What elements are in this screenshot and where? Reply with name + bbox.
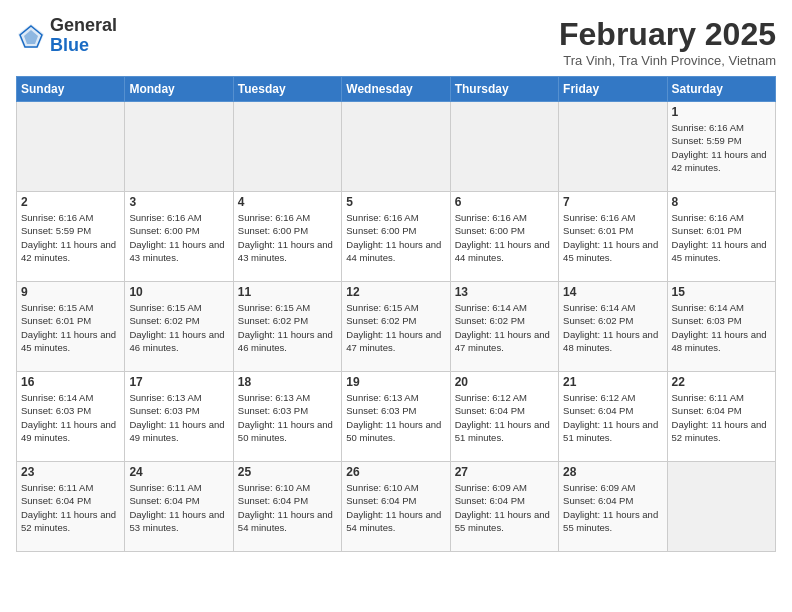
day-number: 14 (563, 285, 662, 299)
calendar-day-cell: 24Sunrise: 6:11 AM Sunset: 6:04 PM Dayli… (125, 462, 233, 552)
calendar-day-cell: 15Sunrise: 6:14 AM Sunset: 6:03 PM Dayli… (667, 282, 775, 372)
day-info: Sunrise: 6:11 AM Sunset: 6:04 PM Dayligh… (129, 481, 228, 534)
calendar-day-cell: 27Sunrise: 6:09 AM Sunset: 6:04 PM Dayli… (450, 462, 558, 552)
day-number: 9 (21, 285, 120, 299)
calendar-day-cell: 9Sunrise: 6:15 AM Sunset: 6:01 PM Daylig… (17, 282, 125, 372)
day-info: Sunrise: 6:14 AM Sunset: 6:03 PM Dayligh… (672, 301, 771, 354)
weekday-header: Saturday (667, 77, 775, 102)
calendar-day-cell: 22Sunrise: 6:11 AM Sunset: 6:04 PM Dayli… (667, 372, 775, 462)
day-number: 6 (455, 195, 554, 209)
weekday-header: Monday (125, 77, 233, 102)
calendar-day-cell: 26Sunrise: 6:10 AM Sunset: 6:04 PM Dayli… (342, 462, 450, 552)
day-number: 15 (672, 285, 771, 299)
day-number: 4 (238, 195, 337, 209)
day-info: Sunrise: 6:10 AM Sunset: 6:04 PM Dayligh… (346, 481, 445, 534)
calendar-day-cell: 5Sunrise: 6:16 AM Sunset: 6:00 PM Daylig… (342, 192, 450, 282)
day-number: 20 (455, 375, 554, 389)
day-number: 12 (346, 285, 445, 299)
day-number: 16 (21, 375, 120, 389)
calendar-week-row: 23Sunrise: 6:11 AM Sunset: 6:04 PM Dayli… (17, 462, 776, 552)
day-number: 18 (238, 375, 337, 389)
day-info: Sunrise: 6:12 AM Sunset: 6:04 PM Dayligh… (563, 391, 662, 444)
day-info: Sunrise: 6:16 AM Sunset: 6:00 PM Dayligh… (238, 211, 337, 264)
logo-general: General (50, 16, 117, 36)
day-info: Sunrise: 6:16 AM Sunset: 6:00 PM Dayligh… (129, 211, 228, 264)
day-info: Sunrise: 6:16 AM Sunset: 6:00 PM Dayligh… (455, 211, 554, 264)
day-info: Sunrise: 6:15 AM Sunset: 6:02 PM Dayligh… (346, 301, 445, 354)
calendar-day-cell: 7Sunrise: 6:16 AM Sunset: 6:01 PM Daylig… (559, 192, 667, 282)
day-number: 28 (563, 465, 662, 479)
day-info: Sunrise: 6:10 AM Sunset: 6:04 PM Dayligh… (238, 481, 337, 534)
day-number: 8 (672, 195, 771, 209)
weekday-header: Tuesday (233, 77, 341, 102)
day-number: 27 (455, 465, 554, 479)
day-info: Sunrise: 6:11 AM Sunset: 6:04 PM Dayligh… (21, 481, 120, 534)
calendar-day-cell: 13Sunrise: 6:14 AM Sunset: 6:02 PM Dayli… (450, 282, 558, 372)
day-info: Sunrise: 6:15 AM Sunset: 6:02 PM Dayligh… (238, 301, 337, 354)
weekday-header: Thursday (450, 77, 558, 102)
day-number: 22 (672, 375, 771, 389)
calendar-week-row: 1Sunrise: 6:16 AM Sunset: 5:59 PM Daylig… (17, 102, 776, 192)
logo-blue: Blue (50, 36, 117, 56)
weekday-header-row: SundayMondayTuesdayWednesdayThursdayFrid… (17, 77, 776, 102)
calendar-day-cell: 28Sunrise: 6:09 AM Sunset: 6:04 PM Dayli… (559, 462, 667, 552)
day-number: 17 (129, 375, 228, 389)
day-info: Sunrise: 6:16 AM Sunset: 6:01 PM Dayligh… (672, 211, 771, 264)
day-info: Sunrise: 6:13 AM Sunset: 6:03 PM Dayligh… (238, 391, 337, 444)
calendar-day-cell: 12Sunrise: 6:15 AM Sunset: 6:02 PM Dayli… (342, 282, 450, 372)
day-info: Sunrise: 6:13 AM Sunset: 6:03 PM Dayligh… (346, 391, 445, 444)
calendar-day-cell: 8Sunrise: 6:16 AM Sunset: 6:01 PM Daylig… (667, 192, 775, 282)
calendar-day-cell: 18Sunrise: 6:13 AM Sunset: 6:03 PM Dayli… (233, 372, 341, 462)
day-number: 21 (563, 375, 662, 389)
calendar-day-cell: 4Sunrise: 6:16 AM Sunset: 6:00 PM Daylig… (233, 192, 341, 282)
day-info: Sunrise: 6:14 AM Sunset: 6:03 PM Dayligh… (21, 391, 120, 444)
calendar-day-cell: 17Sunrise: 6:13 AM Sunset: 6:03 PM Dayli… (125, 372, 233, 462)
logo: General Blue (16, 16, 117, 56)
calendar-day-cell: 10Sunrise: 6:15 AM Sunset: 6:02 PM Dayli… (125, 282, 233, 372)
day-number: 7 (563, 195, 662, 209)
calendar-day-cell (450, 102, 558, 192)
day-number: 26 (346, 465, 445, 479)
day-number: 19 (346, 375, 445, 389)
day-info: Sunrise: 6:09 AM Sunset: 6:04 PM Dayligh… (455, 481, 554, 534)
calendar-day-cell (125, 102, 233, 192)
calendar-day-cell: 3Sunrise: 6:16 AM Sunset: 6:00 PM Daylig… (125, 192, 233, 282)
calendar-table: SundayMondayTuesdayWednesdayThursdayFrid… (16, 76, 776, 552)
calendar-day-cell (667, 462, 775, 552)
logo-icon (16, 22, 46, 50)
day-number: 1 (672, 105, 771, 119)
logo-text: General Blue (50, 16, 117, 56)
day-info: Sunrise: 6:14 AM Sunset: 6:02 PM Dayligh… (455, 301, 554, 354)
calendar-header: SundayMondayTuesdayWednesdayThursdayFrid… (17, 77, 776, 102)
calendar-day-cell (342, 102, 450, 192)
day-number: 5 (346, 195, 445, 209)
calendar-body: 1Sunrise: 6:16 AM Sunset: 5:59 PM Daylig… (17, 102, 776, 552)
title-block: February 2025 Tra Vinh, Tra Vinh Provinc… (559, 16, 776, 68)
weekday-header: Friday (559, 77, 667, 102)
calendar-day-cell: 21Sunrise: 6:12 AM Sunset: 6:04 PM Dayli… (559, 372, 667, 462)
day-info: Sunrise: 6:15 AM Sunset: 6:02 PM Dayligh… (129, 301, 228, 354)
calendar-day-cell: 1Sunrise: 6:16 AM Sunset: 5:59 PM Daylig… (667, 102, 775, 192)
day-number: 13 (455, 285, 554, 299)
day-info: Sunrise: 6:14 AM Sunset: 6:02 PM Dayligh… (563, 301, 662, 354)
day-info: Sunrise: 6:09 AM Sunset: 6:04 PM Dayligh… (563, 481, 662, 534)
month-title: February 2025 (559, 16, 776, 53)
calendar-day-cell (559, 102, 667, 192)
day-info: Sunrise: 6:16 AM Sunset: 5:59 PM Dayligh… (672, 121, 771, 174)
calendar-day-cell (233, 102, 341, 192)
weekday-header: Wednesday (342, 77, 450, 102)
day-number: 10 (129, 285, 228, 299)
calendar-day-cell: 20Sunrise: 6:12 AM Sunset: 6:04 PM Dayli… (450, 372, 558, 462)
day-number: 23 (21, 465, 120, 479)
day-info: Sunrise: 6:13 AM Sunset: 6:03 PM Dayligh… (129, 391, 228, 444)
day-info: Sunrise: 6:12 AM Sunset: 6:04 PM Dayligh… (455, 391, 554, 444)
calendar-day-cell: 19Sunrise: 6:13 AM Sunset: 6:03 PM Dayli… (342, 372, 450, 462)
calendar-week-row: 9Sunrise: 6:15 AM Sunset: 6:01 PM Daylig… (17, 282, 776, 372)
calendar-day-cell: 2Sunrise: 6:16 AM Sunset: 5:59 PM Daylig… (17, 192, 125, 282)
calendar-day-cell (17, 102, 125, 192)
day-info: Sunrise: 6:11 AM Sunset: 6:04 PM Dayligh… (672, 391, 771, 444)
location-subtitle: Tra Vinh, Tra Vinh Province, Vietnam (559, 53, 776, 68)
day-number: 24 (129, 465, 228, 479)
calendar-day-cell: 23Sunrise: 6:11 AM Sunset: 6:04 PM Dayli… (17, 462, 125, 552)
calendar-day-cell: 11Sunrise: 6:15 AM Sunset: 6:02 PM Dayli… (233, 282, 341, 372)
